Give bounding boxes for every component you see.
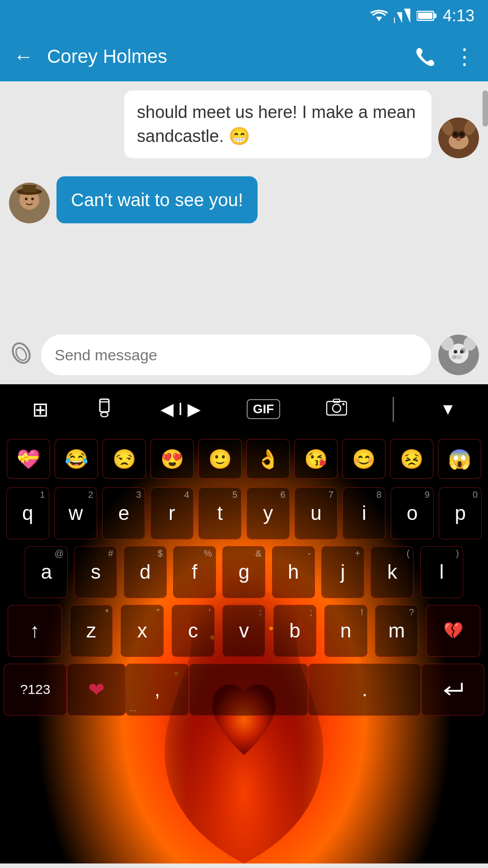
status-icons: 4:13 bbox=[371, 6, 474, 25]
battery-icon bbox=[417, 9, 436, 22]
svg-marker-2 bbox=[397, 12, 402, 23]
signal-icon bbox=[394, 9, 410, 23]
key-v[interactable]: :v bbox=[222, 605, 265, 657]
keyboard-cursor-icon[interactable]: ◀ I ▶ bbox=[160, 399, 201, 419]
svg-marker-0 bbox=[376, 17, 382, 21]
app-bar-actions: ⋮ bbox=[415, 44, 474, 69]
key-shift[interactable]: ↑ bbox=[8, 605, 62, 657]
keyboard-toolbar-divider bbox=[393, 397, 394, 422]
message-text: should meet us here! I make a mean sandc… bbox=[137, 103, 416, 146]
key-h[interactable]: -h bbox=[272, 546, 315, 598]
contact-name: Corey Holmes bbox=[47, 46, 401, 67]
chat-area: should meet us here! I make a mean sandc… bbox=[0, 81, 488, 326]
key-d[interactable]: $d bbox=[124, 546, 167, 598]
emoji-key-ok[interactable]: 👌 bbox=[246, 439, 290, 479]
status-time: 4:13 bbox=[443, 6, 474, 25]
key-q[interactable]: 1q bbox=[6, 487, 49, 539]
key-z[interactable]: *z bbox=[70, 605, 113, 657]
emoji-key-scream[interactable]: 😱 bbox=[438, 439, 481, 479]
emoji-key-hearteyes[interactable]: 😍 bbox=[150, 439, 194, 479]
key-enter[interactable] bbox=[421, 664, 484, 716]
sender-avatar bbox=[9, 183, 50, 223]
key-comma[interactable]: ... , bbox=[126, 664, 189, 716]
key-x[interactable]: "x bbox=[121, 605, 164, 657]
svg-point-22 bbox=[9, 340, 33, 365]
keyboard: ⊞ ◀ I ▶ GIF ▼ 💝 😂 😒 😍 🙂 👌 😘 bbox=[0, 384, 488, 863]
emoji-row: 💝 😂 😒 😍 🙂 👌 😘 😊 😣 😱 bbox=[0, 434, 488, 484]
key-k[interactable]: (k bbox=[371, 546, 413, 598]
svg-point-13 bbox=[456, 137, 461, 141]
svg-rect-5 bbox=[434, 14, 436, 18]
keyboard-apps-icon[interactable]: ⊞ bbox=[32, 398, 49, 421]
key-t[interactable]: 5t bbox=[198, 487, 241, 539]
svg-point-12 bbox=[460, 133, 463, 136]
keyboard-gif-button[interactable]: GIF bbox=[247, 399, 281, 419]
keyboard-camera-icon[interactable] bbox=[326, 399, 347, 420]
svg-marker-3 bbox=[394, 18, 395, 23]
key-s[interactable]: #s bbox=[74, 546, 117, 598]
call-icon[interactable] bbox=[415, 46, 436, 67]
message-bubble: should meet us here! I make a mean sandc… bbox=[124, 90, 432, 158]
key-p[interactable]: 0p bbox=[439, 487, 482, 539]
emoji-key-laugh[interactable]: 😂 bbox=[55, 439, 98, 479]
key-j[interactable]: +j bbox=[321, 546, 364, 598]
emoji-key-smile[interactable]: 🙂 bbox=[198, 439, 242, 479]
key-l[interactable]: )l bbox=[420, 546, 463, 598]
key-n[interactable]: !n bbox=[324, 605, 367, 657]
svg-point-32 bbox=[452, 355, 456, 359]
emoji-key-kiss[interactable]: 😘 bbox=[294, 439, 338, 479]
key-i[interactable]: 8i bbox=[343, 487, 385, 539]
key-emoji-heart[interactable]: ❤ bbox=[67, 664, 126, 716]
svg-point-44 bbox=[342, 403, 344, 405]
key-u[interactable]: 7u bbox=[295, 487, 338, 539]
message-input[interactable] bbox=[41, 335, 431, 375]
key-period[interactable]: . bbox=[308, 664, 421, 716]
svg-point-40 bbox=[101, 412, 108, 417]
key-backspace[interactable]: 💔 bbox=[426, 605, 480, 657]
contact-avatar bbox=[438, 118, 479, 158]
keyboard-row-2: @a #s $d %f &g -h +j (k )l bbox=[0, 542, 488, 601]
attach-button[interactable] bbox=[9, 340, 34, 370]
user-avatar bbox=[438, 335, 479, 375]
key-o[interactable]: 9o bbox=[391, 487, 434, 539]
message-received: should meet us here! I make a mean sandc… bbox=[9, 90, 479, 158]
key-m[interactable]: ?m bbox=[375, 605, 418, 657]
emoji-key-persevere[interactable]: 😣 bbox=[390, 439, 433, 479]
svg-point-31 bbox=[460, 348, 466, 353]
key-a[interactable]: @a bbox=[25, 546, 68, 598]
svg-point-20 bbox=[25, 198, 28, 200]
key-y[interactable]: 6y bbox=[247, 487, 290, 539]
emoji-key-unamused[interactable]: 😒 bbox=[103, 439, 146, 479]
key-g[interactable]: &g bbox=[222, 546, 265, 598]
keyboard-row-1: 1q 2w 3e 4r 5t 6y 7u 8i 9o 0p bbox=[0, 484, 488, 542]
wifi-icon bbox=[371, 9, 388, 23]
key-r[interactable]: 4r bbox=[150, 487, 193, 539]
svg-rect-19 bbox=[23, 185, 36, 192]
svg-rect-6 bbox=[418, 13, 432, 19]
keyboard-toolbar: ⊞ ◀ I ▶ GIF ▼ bbox=[0, 384, 488, 434]
status-bar: 4:13 bbox=[0, 0, 488, 32]
app-bar: ← Corey Holmes ⋮ bbox=[0, 32, 488, 81]
input-area bbox=[0, 326, 488, 384]
keyboard-collapse-icon[interactable]: ▼ bbox=[440, 400, 456, 419]
svg-point-21 bbox=[31, 198, 34, 200]
sent-message-bubble: Can't wait to see you! bbox=[56, 176, 258, 223]
scroll-indicator[interactable] bbox=[483, 90, 488, 127]
key-c[interactable]: 'c bbox=[172, 605, 215, 657]
key-e[interactable]: 3e bbox=[102, 487, 145, 539]
emoji-key-heart[interactable]: 💝 bbox=[7, 439, 50, 479]
back-button[interactable]: ← bbox=[14, 45, 33, 68]
key-f[interactable]: %f bbox=[173, 546, 216, 598]
key-w[interactable]: 2w bbox=[54, 487, 97, 539]
svg-rect-38 bbox=[100, 399, 109, 412]
key-space[interactable] bbox=[189, 664, 308, 716]
keyboard-row-3: ↑ *z "x 'c :v ;b !n ?m 💔 bbox=[0, 601, 488, 660]
more-options-icon[interactable]: ⋮ bbox=[454, 44, 474, 69]
keyboard-theme-icon[interactable] bbox=[94, 397, 114, 421]
key-b[interactable]: ;b bbox=[273, 605, 316, 657]
key-numbers[interactable]: ?123 bbox=[4, 664, 67, 716]
emoji-key-blush[interactable]: 😊 bbox=[342, 439, 385, 479]
svg-point-11 bbox=[454, 133, 457, 136]
svg-point-26 bbox=[454, 350, 457, 354]
svg-point-42 bbox=[333, 404, 341, 412]
